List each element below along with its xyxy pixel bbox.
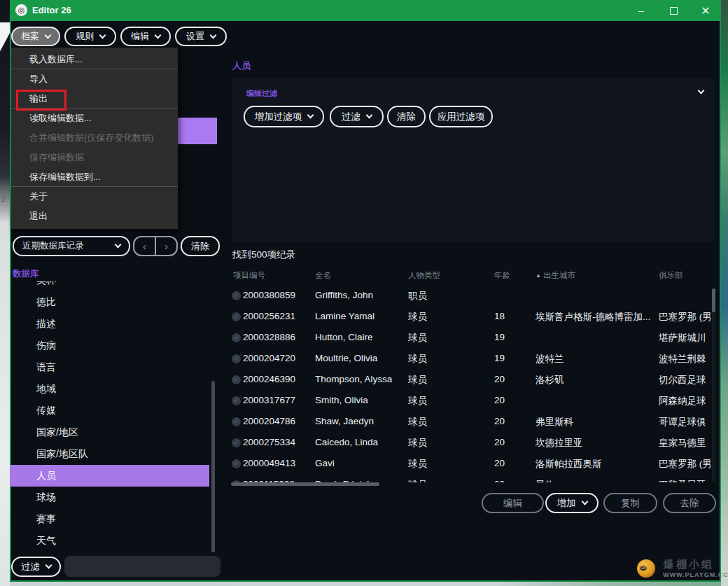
record-check-icon: ✓ (232, 312, 241, 321)
add-filter-label: 增加过滤项 (255, 111, 302, 123)
sidebar-item-competition[interactable]: 赛事 (10, 508, 209, 530)
menu-item-read-edit-data[interactable]: 读取编辑数据... (11, 109, 178, 128)
sidebar-item-injury[interactable]: 伤病 (10, 335, 209, 356)
cell-id: 2000256231 (243, 311, 314, 321)
menu-file-button[interactable]: 档案 (11, 27, 60, 46)
sidebar-filter-button[interactable]: 过滤 (11, 557, 61, 577)
column-header-id[interactable]: 项目编号 (233, 270, 265, 281)
edit-filter-panel (232, 78, 715, 242)
sidebar-item-people[interactable]: 人员 (10, 465, 209, 487)
cell-type: 球员 (408, 416, 491, 428)
menu-item-exit[interactable]: 退出 (11, 207, 178, 226)
menu-rules-button[interactable]: 规则 (64, 27, 116, 46)
table-row[interactable]: ✓ 2000256231 Lamine Yamal 球员 18 埃斯普卢格斯-德… (231, 307, 715, 328)
sidebar-item-nation[interactable]: 国家/地区 (10, 421, 209, 443)
menu-item-merge-edit-data: 合并编辑数据(仅保存变化数据) (11, 128, 178, 148)
sidebar-item-language[interactable]: 语言 (10, 356, 209, 378)
maximize-button[interactable] (658, 0, 689, 21)
cell-name: Hutton, Claire (315, 332, 405, 342)
vertical-scrollbar-track (712, 288, 715, 482)
record-check-icon: ✓ (232, 438, 241, 447)
table-row-clipped[interactable]: ✓ 2000115908 Doué, Désiré 球员 20 昂热 巴黎圣日耳 (231, 475, 715, 482)
table-row[interactable]: ✓ 2000380859 Griffiths, John 职员 (231, 286, 715, 307)
sidebar-item-description[interactable]: 描述 (10, 313, 209, 335)
cell-id: 2000328886 (243, 332, 314, 342)
covered-purple-button[interactable] (178, 118, 217, 144)
menu-edit-button[interactable]: 编辑 (120, 27, 171, 46)
watermark-url: WWW.PLAYGM.CC (663, 571, 728, 578)
sidebar-item-trophy-clipped[interactable]: 奖杯 (10, 281, 209, 291)
cell-id: 2000049413 (243, 458, 314, 468)
column-header-city[interactable]: ▲ 出生城市 (536, 270, 575, 281)
horizontal-scrollbar[interactable] (231, 482, 379, 486)
clear-recent-button[interactable]: 清除 (181, 236, 220, 256)
next-record-button[interactable]: › (155, 237, 176, 255)
column-header-name[interactable]: 全名 (315, 270, 331, 281)
recent-database-dropdown[interactable]: 近期数据库记录 (13, 236, 130, 256)
cell-type: 球员 (408, 395, 491, 407)
filter-button[interactable]: 过滤 (330, 106, 384, 127)
column-header-age[interactable]: 年龄 (494, 270, 510, 281)
menu-rules-label: 规则 (76, 30, 94, 43)
cell-age: 20 (494, 479, 532, 482)
cell-name: Smith, Olivia (315, 395, 405, 405)
prev-record-button[interactable]: ‹ (134, 237, 155, 255)
chevron-down-icon (115, 242, 122, 249)
desktop-left-strip (0, 0, 10, 586)
file-dropdown-menu: 载入数据库... 导入 输出 读取编辑数据... 合并编辑数据(仅保存变化数据)… (11, 48, 178, 229)
column-header-club[interactable]: 俱乐部 (659, 270, 683, 281)
cell-city: 埃斯普卢格斯-德略博雷加... (536, 311, 656, 323)
sidebar-filter-input[interactable] (64, 556, 220, 577)
sort-asc-icon: ▲ (536, 272, 541, 279)
result-count: 找到500项纪录 (232, 249, 295, 261)
cell-age: 20 (494, 416, 532, 426)
cell-id: 2000204786 (243, 416, 314, 426)
table-row[interactable]: ✓ 2000204786 Shaw, Jaedyn 球员 20 弗里斯科 哥谭足… (231, 412, 715, 433)
sidebar-item-stadium[interactable]: 球场 (10, 487, 209, 508)
sidebar-item-weather[interactable]: 天气 (10, 530, 209, 552)
menu-item-save-edit-data-to[interactable]: 保存编辑数据到... (11, 167, 178, 187)
vertical-scrollbar[interactable] (712, 288, 715, 312)
copy-record-button: 复制 (603, 493, 657, 513)
record-check-icon: ✓ (232, 354, 241, 363)
export-highlight-box (16, 90, 66, 111)
add-record-label: 增加 (557, 497, 576, 510)
cell-name: Lamine Yamal (315, 311, 405, 321)
menu-settings-button[interactable]: 设置 (175, 27, 227, 46)
sidebar-item-region[interactable]: 地域 (10, 378, 209, 400)
add-filter-button[interactable]: 增加过滤项 (244, 106, 324, 127)
titlebar[interactable] (10, 0, 721, 21)
cell-name: Caicedo, Linda (315, 437, 405, 447)
desktop-right-strip (721, 0, 728, 586)
table-row[interactable]: ✓ 2000204720 Moultrie, Olivia 球员 19 波特兰 … (231, 349, 715, 370)
cell-age: 20 (494, 458, 532, 468)
close-button[interactable]: ✕ (690, 0, 721, 21)
cell-age: 19 (494, 353, 532, 363)
sidebar-item-media[interactable]: 传媒 (10, 400, 209, 421)
chevron-down-icon (99, 32, 106, 39)
sidebar-item-derby[interactable]: 德比 (10, 291, 209, 313)
add-record-button[interactable]: 增加 (545, 493, 598, 513)
table-row[interactable]: ✓ 2000328886 Hutton, Claire 球员 19 堪萨斯城川 (231, 328, 715, 349)
cell-type: 球员 (408, 332, 491, 344)
cell-city: 坎德拉里亚 (536, 437, 656, 449)
table-row[interactable]: ✓ 2000049413 Gavi 球员 20 洛斯帕拉西奥斯 巴塞罗那 (男 (231, 454, 715, 475)
clear-filter-button[interactable]: 清除 (387, 106, 426, 127)
cell-name: Thompson, Alyssa (315, 374, 405, 384)
column-header-type[interactable]: 人物类型 (408, 270, 440, 281)
sidebar-item-nation-team[interactable]: 国家/地区队 (10, 443, 209, 465)
menu-item-import[interactable]: 导入 (11, 69, 178, 89)
cell-id: 2000317677 (243, 395, 314, 405)
chevron-down-icon (45, 32, 52, 39)
sidebar-scrollbar[interactable] (211, 381, 215, 552)
screen: 2 ◎ Editor 26 – ✕ 档案 规则 编辑 设置 载入数据库... 导… (0, 0, 728, 586)
table-row[interactable]: ✓ 2000246390 Thompson, Alyssa 球员 20 洛杉矶 … (231, 370, 715, 391)
watermark-badge: GM (640, 566, 647, 571)
menu-item-about[interactable]: 关于 (11, 187, 178, 207)
table-row[interactable]: ✓ 2000317677 Smith, Olivia 球员 20 阿森纳足球 (231, 391, 715, 412)
apply-filter-button[interactable]: 应用过滤项 (429, 106, 493, 127)
table-row[interactable]: ✓ 2000275334 Caicedo, Linda 球员 20 坎德拉里亚 … (231, 433, 715, 454)
recent-database-label: 近期数据库记录 (22, 240, 84, 252)
minimize-button[interactable]: – (626, 0, 657, 21)
menu-item-load-database[interactable]: 载入数据库... (11, 50, 178, 69)
